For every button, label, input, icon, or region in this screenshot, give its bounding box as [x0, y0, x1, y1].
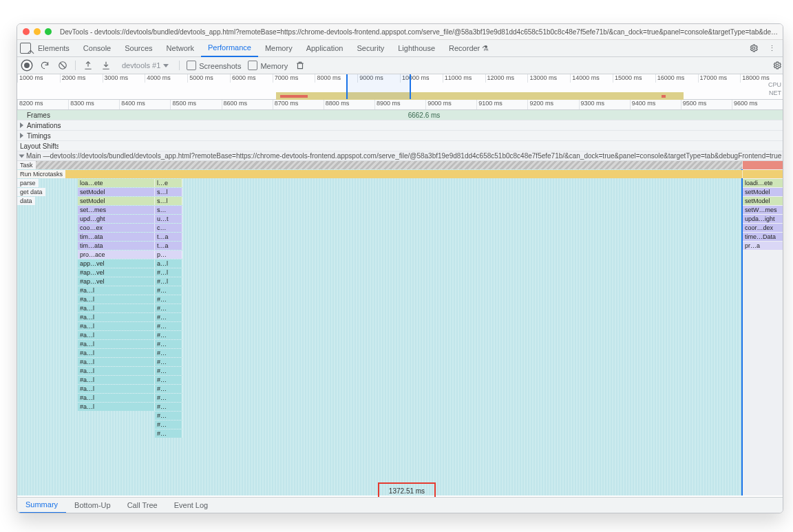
detail-tab-bottom-up[interactable]: Bottom-Up: [66, 498, 119, 513]
upload-profile-button[interactable]: [83, 60, 94, 71]
ruler-tick: 9000 ms: [425, 100, 476, 109]
flame-entry[interactable]: t…a: [155, 242, 182, 250]
traffic-close-icon[interactable]: [23, 28, 30, 35]
flame-entry[interactable]: pro…ace: [78, 251, 155, 259]
tab-recorder[interactable]: Recorder ⚗: [442, 40, 496, 56]
traffic-zoom-icon[interactable]: [45, 28, 52, 35]
flame-entry[interactable]: #a…l: [78, 322, 155, 330]
flame-entry[interactable]: #…: [155, 349, 182, 357]
disclosure-triangle-icon[interactable]: [20, 123, 23, 128]
layout-shifts-track[interactable]: Layout Shifts: [17, 141, 783, 151]
flame-entry[interactable]: #a…l: [78, 313, 155, 321]
disclosure-triangle-icon[interactable]: [20, 133, 23, 138]
flame-entry[interactable]: #…: [155, 286, 182, 295]
tab-elements[interactable]: Elements: [31, 40, 76, 56]
detail-tab-call-tree[interactable]: Call Tree: [119, 498, 166, 513]
flame-entry[interactable]: #a…l: [78, 286, 155, 295]
tab-sources[interactable]: Sources: [118, 40, 159, 56]
flame-entry[interactable]: #a…l: [78, 295, 155, 304]
main-thread-header[interactable]: Main — devtools://devtools/bundled/devto…: [17, 151, 783, 161]
flame-entry[interactable]: #…: [155, 331, 182, 339]
flame-entry[interactable]: #…l: [155, 277, 182, 286]
flame-entry[interactable]: #…: [155, 295, 182, 304]
flame-entry[interactable]: #…: [155, 358, 182, 366]
clear-button[interactable]: [57, 60, 68, 71]
frames-track[interactable]: Frames 6662.6 ms: [17, 110, 783, 120]
tab-application[interactable]: Application: [299, 40, 350, 56]
profile-select[interactable]: devtools #1: [118, 61, 172, 70]
inspect-element-icon[interactable]: [20, 43, 31, 54]
flame-entry[interactable]: s…l: [155, 197, 182, 205]
memory-checkbox[interactable]: Memory: [248, 61, 288, 70]
detail-tab-event-log[interactable]: Event Log: [166, 498, 217, 513]
flame-entry[interactable]: #…: [155, 421, 182, 429]
tab-network[interactable]: Network: [160, 40, 201, 56]
flame-entry[interactable]: #a…l: [78, 358, 155, 366]
flame-entry[interactable]: #a…l: [78, 304, 155, 312]
flame-entry[interactable]: #…: [155, 385, 182, 393]
flame-entry[interactable]: #…: [155, 394, 182, 402]
flame-entry[interactable]: #a…l: [78, 376, 155, 384]
flame-entry[interactable]: p…: [155, 251, 182, 259]
flame-entry[interactable]: #a…l: [78, 403, 155, 411]
flame-entry[interactable]: #…l: [155, 268, 182, 277]
flame-entry[interactable]: #…: [155, 412, 182, 420]
flame-entry[interactable]: #a…l: [78, 367, 155, 375]
flame-entry[interactable]: l…e: [155, 179, 182, 187]
download-profile-button[interactable]: [101, 60, 112, 71]
screenshots-checkbox[interactable]: Screenshots: [187, 61, 241, 70]
flame-entry[interactable]: set…mes: [78, 206, 155, 214]
flame-ruler[interactable]: 8200 ms8300 ms8400 ms8500 ms8600 ms8700 …: [17, 100, 783, 110]
tab-performance[interactable]: Performance: [201, 39, 258, 57]
flame-entry[interactable]: s…l: [155, 188, 182, 196]
flame-entry[interactable]: tim…ata: [78, 233, 155, 241]
flame-entry[interactable]: setModel: [78, 197, 155, 205]
flame-chart[interactable]: loadi…etesetModelsetModelsetW…mesupda…ig…: [17, 161, 783, 496]
overview-tick: 1000 ms: [17, 74, 60, 83]
flame-entry[interactable]: #a…l: [78, 331, 155, 339]
overview-timeline[interactable]: 1000 ms2000 ms3000 ms4000 ms5000 ms6000 …: [17, 74, 783, 100]
tab-security[interactable]: Security: [350, 40, 391, 56]
flame-entry[interactable]: #…: [155, 340, 182, 348]
flame-entry[interactable]: #…: [155, 403, 182, 411]
flame-entry[interactable]: #…: [155, 429, 182, 438]
flame-entry[interactable]: #a…l: [78, 394, 155, 402]
flame-entry[interactable]: #…: [155, 322, 182, 330]
flame-entry[interactable]: #…: [155, 313, 182, 321]
tab-lighthouse[interactable]: Lighthouse: [391, 40, 442, 56]
detail-tab-summary[interactable]: Summary: [17, 497, 66, 513]
record-button[interactable]: [21, 60, 32, 71]
timings-track[interactable]: Timings: [17, 131, 783, 141]
flame-entry[interactable]: #a…l: [78, 340, 155, 348]
flame-entry[interactable]: #ap…vel: [78, 277, 155, 286]
flame-entry[interactable]: upd…ght: [78, 215, 155, 223]
overview-selection[interactable]: [346, 74, 411, 99]
perf-settings-gear-icon[interactable]: [772, 60, 783, 71]
reload-record-button[interactable]: [39, 60, 50, 71]
flame-entry[interactable]: tim…ata: [78, 242, 155, 250]
flame-entry[interactable]: coo…ex: [78, 224, 155, 232]
traffic-minimize-icon[interactable]: [34, 28, 41, 35]
flame-entry[interactable]: app…vel: [78, 259, 155, 268]
flame-entry[interactable]: u…t: [155, 215, 182, 223]
flame-entry[interactable]: c…: [155, 224, 182, 232]
overview-tick: 11000 ms: [443, 74, 485, 83]
flame-entry[interactable]: #…: [155, 367, 182, 375]
flame-entry[interactable]: s…: [155, 206, 182, 214]
tab-console[interactable]: Console: [76, 40, 118, 56]
flame-entry[interactable]: loa…ete: [78, 179, 155, 187]
flame-entry[interactable]: t…a: [155, 233, 182, 241]
disclosure-triangle-icon[interactable]: [19, 154, 25, 158]
tab-memory[interactable]: Memory: [258, 40, 299, 56]
flame-entry[interactable]: #…: [155, 304, 182, 312]
flame-entry[interactable]: #…: [155, 376, 182, 384]
animations-track[interactable]: Animations: [17, 120, 783, 131]
flame-entry[interactable]: #a…l: [78, 349, 155, 357]
flame-entry[interactable]: #ap…vel: [78, 268, 155, 277]
flame-entry[interactable]: #a…l: [78, 385, 155, 393]
flame-entry[interactable]: setModel: [78, 188, 155, 196]
flame-entry[interactable]: a…l: [155, 259, 182, 268]
settings-gear-icon[interactable]: [748, 43, 759, 54]
kebab-menu-icon[interactable]: ⋮: [766, 43, 777, 54]
garbage-collect-icon[interactable]: [295, 60, 306, 71]
